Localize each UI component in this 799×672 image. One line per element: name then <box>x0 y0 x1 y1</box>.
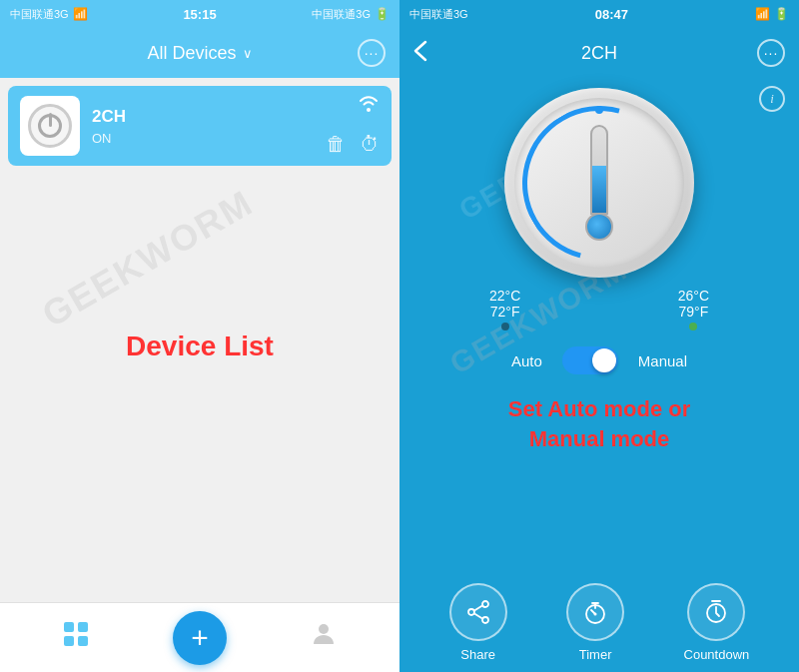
therm-fill <box>592 166 606 213</box>
grid-view-button[interactable] <box>62 620 90 655</box>
left-status-time: 15:15 <box>183 7 216 22</box>
countdown-icon-circle <box>687 583 745 641</box>
delete-button[interactable]: 🗑 <box>326 133 346 156</box>
signal-icon: 📶 <box>73 7 88 21</box>
right-time: 08:47 <box>595 7 628 22</box>
svg-point-6 <box>482 617 488 623</box>
right-header: 2CH ··· <box>400 28 799 78</box>
temp-right-celsius: 26°C <box>678 288 709 304</box>
right-panel: 中国联通3G 08:47 📶 🔋 2CH ··· i GEEKWORM GEEK… <box>400 0 799 672</box>
left-status-carrier: 中国联通3G 📶 <box>10 7 88 22</box>
device-icon <box>28 104 72 148</box>
bottom-actions: Share Timer Coun <box>400 583 799 662</box>
temp-left-celsius: 22°C <box>489 288 520 304</box>
share-label: Share <box>460 647 495 662</box>
svg-line-9 <box>474 614 482 619</box>
right-status-bar: 中国联通3G 08:47 📶 🔋 <box>400 0 799 28</box>
auto-label: Auto <box>511 352 542 369</box>
svg-point-7 <box>468 609 474 615</box>
temp-dot-dark <box>501 323 509 331</box>
timer-button[interactable]: ⏱ <box>360 133 380 156</box>
thermometer-visual <box>559 118 639 248</box>
temp-left: 22°C 72°F <box>489 288 520 331</box>
left-header: All Devices ∨ ··· <box>0 28 400 78</box>
svg-rect-3 <box>78 636 88 646</box>
mode-toggle[interactable] <box>562 346 618 374</box>
auto-manual-toggle-section: Auto Manual <box>511 346 687 374</box>
temp-left-fahrenheit: 72°F <box>490 304 520 320</box>
share-button[interactable]: Share <box>449 583 507 662</box>
timer-action-button[interactable]: Timer <box>566 583 624 662</box>
left-panel: 中国联通3G 📶 15:15 中国联通3G 🔋 All Devices ∨ ··… <box>0 0 400 672</box>
right-battery-icon: 🔋 <box>774 7 789 21</box>
countdown-label: Countdown <box>684 647 750 662</box>
temperature-dial <box>504 88 694 278</box>
device-list-label: Device List <box>126 331 274 362</box>
mode-description-text: Set Auto mode orManual mode <box>488 394 711 453</box>
timer-label: Timer <box>579 647 612 662</box>
left-bottom-nav: + <box>0 602 400 672</box>
right-more-button[interactable]: ··· <box>757 39 785 67</box>
svg-point-11 <box>594 613 597 616</box>
left-status-bar: 中国联通3G 📶 15:15 中国联通3G 🔋 <box>0 0 400 28</box>
profile-button[interactable] <box>310 620 338 655</box>
device-actions: 🗑 ⏱ <box>326 133 380 156</box>
svg-rect-1 <box>78 622 88 632</box>
svg-line-8 <box>474 606 482 611</box>
thermometer-section: 22°C 72°F 26°C 79°F Auto Manual Set Auto… <box>400 78 799 453</box>
manual-label: Manual <box>638 352 687 369</box>
temp-right: 26°C 79°F <box>678 288 709 331</box>
right-title: 2CH <box>581 43 617 64</box>
device-list-area: GEEKWORM 2CH ON 🗑 ⏱ <box>0 78 400 602</box>
countdown-button[interactable]: Countdown <box>684 583 750 662</box>
svg-rect-2 <box>64 636 74 646</box>
all-devices-title[interactable]: All Devices ∨ <box>147 43 252 64</box>
add-device-button[interactable]: + <box>173 611 227 665</box>
chevron-down-icon: ∨ <box>243 46 253 61</box>
dial-ring <box>514 98 684 268</box>
device-icon-box <box>20 96 80 156</box>
right-signal-icon: 📶 <box>755 7 770 21</box>
carrier-text: 中国联通3G <box>10 7 69 22</box>
right-carrier: 中国联通3G <box>409 7 468 22</box>
dial-dot <box>595 106 603 114</box>
device-name: 2CH <box>92 107 380 127</box>
temp-dot-green <box>689 323 697 331</box>
timer-icon-circle <box>566 583 624 641</box>
therm-bulb <box>585 213 613 241</box>
battery-icon: 🔋 <box>375 7 390 21</box>
temp-readings: 22°C 72°F 26°C 79°F <box>479 288 719 331</box>
left-status-right: 中国联通3G 🔋 <box>312 7 390 22</box>
power-icon <box>38 114 62 138</box>
svg-rect-0 <box>64 622 74 632</box>
right-status-icons: 📶 🔋 <box>755 7 789 21</box>
svg-point-5 <box>482 601 488 607</box>
temp-right-fahrenheit: 79°F <box>678 304 708 320</box>
back-button[interactable] <box>413 40 427 67</box>
header-more-button[interactable]: ··· <box>358 39 386 67</box>
share-icon-circle <box>449 583 507 641</box>
device-item[interactable]: 2CH ON 🗑 ⏱ <box>8 86 392 166</box>
svg-point-4 <box>319 624 329 634</box>
toggle-thumb <box>592 348 616 372</box>
carrier2-text: 中国联通3G <box>312 7 371 22</box>
therm-tube <box>590 125 608 215</box>
wifi-icon <box>358 96 380 117</box>
watermark-left: GEEKWORM <box>35 182 260 336</box>
